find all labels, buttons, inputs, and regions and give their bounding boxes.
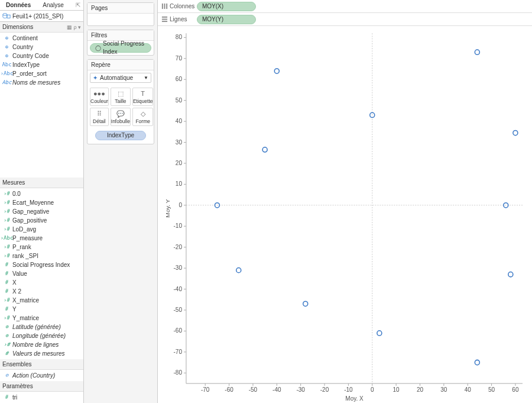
rows-pill[interactable]: MOY(Y) xyxy=(197,15,256,24)
marks-cell-icon: ◇ xyxy=(133,110,153,118)
svg-rect-6 xyxy=(162,19,167,20)
marks-cell-label: Etiquette xyxy=(133,98,153,104)
chevron-down-icon: ▼ xyxy=(144,75,148,80)
svg-rect-3 xyxy=(164,4,166,9)
pages-shelf[interactable]: Pages xyxy=(87,2,154,26)
view-toggle-icon[interactable]: ▦ ρ ▾ xyxy=(67,24,81,30)
scatter-chart[interactable]: -70-60-50-40-30-20-100102030405060-80-70… xyxy=(163,28,528,402)
data-point[interactable] xyxy=(508,272,513,277)
svg-text:-10: -10 xyxy=(344,386,353,393)
field-item[interactable]: # Y xyxy=(0,305,83,314)
field-item[interactable]: ⊕ Longitude (générée) xyxy=(0,331,83,340)
marks-cell-label: Couleur xyxy=(90,98,108,104)
svg-text:Moy. Y: Moy. Y xyxy=(164,199,171,217)
field-label: Action (Country) xyxy=(12,372,55,379)
data-point[interactable] xyxy=(475,50,479,54)
field-item[interactable]: ›# LoD_avg xyxy=(0,225,83,234)
svg-text:30: 30 xyxy=(440,386,447,393)
field-label: X xyxy=(12,279,17,286)
field-item[interactable]: Abc IndexType xyxy=(0,60,83,69)
svg-text:10: 10 xyxy=(176,180,182,187)
svg-text:20: 20 xyxy=(417,386,423,393)
field-item[interactable]: ›# P_rank xyxy=(0,243,83,252)
field-item[interactable]: ›# Ecart_Moyenne xyxy=(0,198,83,207)
field-label: P_rank xyxy=(12,243,31,251)
field-item[interactable]: ⊕ Latitude (générée) xyxy=(0,323,83,331)
dimensions-list: ⊕ Continent ⊕ Country ⊕ Country Code Abc… xyxy=(0,33,83,88)
field-item[interactable]: # X xyxy=(0,278,83,287)
data-pane: Données Analyse ⇱ Feuil1+ (2015_SPI) Dim… xyxy=(0,0,84,403)
field-item[interactable]: ›# rank _SPI xyxy=(0,252,83,260)
svg-text:50: 50 xyxy=(488,386,495,393)
columns-shelf[interactable]: Colonnes MOY(X) xyxy=(158,0,532,13)
field-item[interactable]: # Valeurs de mesures xyxy=(0,349,83,358)
field-label: tri xyxy=(12,394,17,401)
svg-point-0 xyxy=(3,14,7,16)
pin-icon[interactable]: ⇱ xyxy=(73,0,83,10)
marks-cell-label: Infobulle xyxy=(111,118,130,124)
field-item[interactable]: # Social Progress Index xyxy=(0,260,83,269)
data-point[interactable] xyxy=(236,268,241,273)
field-item[interactable]: ⊘ Action (Country) xyxy=(0,371,83,380)
field-item[interactable]: ›# Y_matrice xyxy=(0,314,83,323)
marks-cell-label: Détail xyxy=(93,118,106,124)
marks-title: Repère xyxy=(87,60,154,70)
field-label: 0.0 xyxy=(12,190,21,198)
field-item[interactable]: ›# Gap_negative xyxy=(0,207,83,216)
field-item[interactable]: ›Abc P_measure xyxy=(0,234,83,243)
svg-text:-60: -60 xyxy=(174,327,183,334)
field-label: LoD_avg xyxy=(12,225,36,233)
marks-type-select[interactable]: ✦ Automatique ▼ xyxy=(90,73,151,83)
field-item[interactable]: ›# X_matrice xyxy=(0,296,83,305)
columns-pill[interactable]: MOY(X) xyxy=(197,2,256,11)
data-point[interactable] xyxy=(475,360,479,365)
sets-list: ⊘ Action (Country) xyxy=(0,370,83,381)
marks-taille[interactable]: ⬚ Taille xyxy=(111,88,131,106)
datasource-selector[interactable]: Feuil1+ (2015_SPI) xyxy=(0,11,83,22)
datasource-label: Feuil1+ (2015_SPI) xyxy=(12,13,63,20)
rows-icon xyxy=(161,16,168,22)
field-item[interactable]: ›# Nombre de lignes xyxy=(0,340,83,349)
field-item[interactable]: ⊕ Continent xyxy=(0,34,83,43)
field-item[interactable]: ⊕ Country Code xyxy=(0,51,83,60)
svg-text:50: 50 xyxy=(176,97,182,104)
marks-couleur[interactable]: ●●● Couleur xyxy=(90,88,109,106)
data-point[interactable] xyxy=(303,301,308,306)
field-label: Longitude (générée) xyxy=(12,332,66,340)
field-item[interactable]: Abc Noms de mesures xyxy=(0,78,83,87)
sets-title: Ensembles xyxy=(2,361,31,367)
svg-text:-20: -20 xyxy=(174,244,183,250)
field-label: Gap_negative xyxy=(12,208,49,215)
measures-header: Mesures xyxy=(0,178,83,188)
columns-pill-label: MOY(X) xyxy=(202,2,223,11)
svg-text:-20: -20 xyxy=(320,386,329,393)
marks-detail-pill[interactable]: IndexType xyxy=(95,131,146,140)
filters-shelf[interactable]: Filtres ◯ Social Progress Index xyxy=(87,30,154,56)
marks-détail[interactable]: ⠿ Détail xyxy=(90,108,109,126)
marks-etiquette[interactable]: T Etiquette xyxy=(132,88,154,106)
tab-data[interactable]: Données xyxy=(0,0,37,10)
field-label: Y xyxy=(12,305,17,313)
data-tabs: Données Analyse ⇱ xyxy=(0,0,83,11)
field-item[interactable]: # tri xyxy=(0,393,83,402)
data-point[interactable] xyxy=(513,130,518,135)
field-label: Continent xyxy=(12,34,38,42)
marks-cell-icon: ●●● xyxy=(90,90,108,98)
data-point[interactable] xyxy=(262,147,267,152)
field-item[interactable]: ⊕ Country xyxy=(0,43,83,51)
data-point[interactable] xyxy=(377,331,382,336)
rows-shelf[interactable]: Lignes MOY(Y) xyxy=(158,13,532,26)
field-item[interactable]: # Value xyxy=(0,269,83,278)
field-item[interactable]: # X 2 xyxy=(0,287,83,296)
chart-container: -70-60-50-40-30-20-100102030405060-80-70… xyxy=(158,26,532,403)
marks-auto-icon: ✦ xyxy=(93,75,98,81)
field-label: Gap_positive xyxy=(12,217,47,224)
filter-pill-spi[interactable]: ◯ Social Progress Index xyxy=(90,43,151,53)
tab-analysis[interactable]: Analyse xyxy=(37,0,70,10)
field-item[interactable]: ›# Gap_positive xyxy=(0,216,83,225)
field-item[interactable]: ›# 0.0 xyxy=(0,189,83,198)
marks-forme[interactable]: ◇ Forme xyxy=(132,108,154,126)
field-item[interactable]: ›Abc P_order_sort xyxy=(0,69,83,78)
data-point[interactable] xyxy=(274,69,279,73)
marks-infobulle[interactable]: 💬 Infobulle xyxy=(111,108,131,126)
